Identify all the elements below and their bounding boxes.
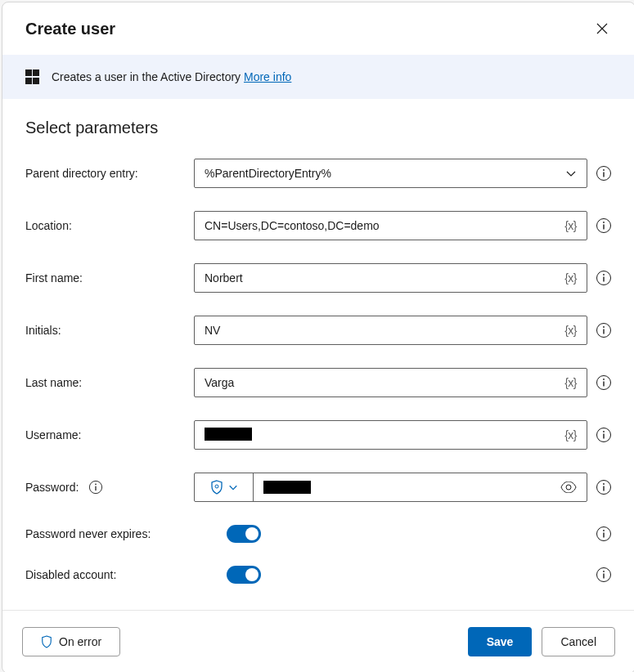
- svg-point-30: [603, 571, 605, 572]
- parent-directory-value: %ParentDirectoryEntry%: [205, 167, 331, 180]
- info-icon[interactable]: [596, 217, 612, 234]
- row-parent-directory: Parent directory entry: %ParentDirectory…: [25, 159, 612, 188]
- parent-directory-select[interactable]: %ParentDirectoryEntry%: [194, 159, 587, 188]
- info-icon[interactable]: [596, 567, 612, 583]
- password-type-selector[interactable]: [195, 473, 254, 501]
- info-icon[interactable]: [596, 479, 612, 495]
- initials-value: NV: [205, 324, 564, 337]
- label-initials: Initials:: [25, 324, 194, 337]
- row-username: Username: {x}: [25, 420, 612, 450]
- password-input[interactable]: [254, 473, 587, 501]
- row-last-name: Last name: Varga {x}: [25, 368, 612, 397]
- label-last-name: Last name:: [25, 376, 194, 389]
- svg-point-21: [215, 485, 218, 488]
- svg-point-27: [603, 530, 605, 531]
- info-banner: Creates a user in the Active Directory M…: [2, 55, 634, 99]
- svg-point-4: [603, 222, 605, 223]
- info-icon[interactable]: [596, 270, 612, 286]
- row-never-expires: Password never expires:: [25, 525, 612, 543]
- cancel-label: Cancel: [560, 635, 596, 648]
- label-username: Username:: [25, 428, 194, 441]
- svg-rect-2: [603, 172, 604, 177]
- label-disabled-account: Disabled account:: [25, 568, 194, 581]
- save-button[interactable]: Save: [468, 627, 533, 656]
- chevron-down-icon: [228, 482, 238, 492]
- svg-rect-14: [603, 382, 604, 387]
- variable-token-icon[interactable]: {x}: [564, 376, 577, 389]
- save-label: Save: [487, 635, 514, 648]
- label-never-expires: Password never expires:: [25, 527, 194, 540]
- password-field: [194, 473, 587, 502]
- create-user-dialog: Create user Creates a user in the Active…: [2, 2, 634, 672]
- banner-text: Creates a user in the Active Directory M…: [52, 70, 291, 83]
- last-name-value: Varga: [205, 376, 564, 389]
- eye-icon[interactable]: [560, 482, 577, 493]
- info-icon[interactable]: [596, 374, 612, 391]
- svg-rect-11: [603, 329, 604, 334]
- location-value: CN=Users,DC=contoso,DC=demo: [205, 219, 564, 232]
- svg-rect-8: [603, 277, 604, 282]
- svg-rect-31: [603, 574, 604, 579]
- section-title: Select parameters: [25, 119, 612, 137]
- variable-token-icon[interactable]: {x}: [564, 428, 577, 441]
- info-icon[interactable]: [596, 322, 612, 338]
- svg-point-1: [603, 169, 605, 171]
- label-password: Password:: [25, 481, 79, 494]
- redacted-value: [205, 428, 252, 441]
- info-icon[interactable]: [88, 480, 103, 495]
- label-parent-directory: Parent directory entry:: [25, 167, 194, 180]
- svg-rect-20: [96, 486, 97, 491]
- cancel-button[interactable]: Cancel: [542, 627, 615, 656]
- row-disabled-account: Disabled account:: [25, 566, 612, 584]
- location-input[interactable]: CN=Users,DC=contoso,DC=demo {x}: [194, 211, 587, 240]
- banner-text-content: Creates a user in the Active Directory: [52, 70, 244, 83]
- first-name-input[interactable]: Norbert {x}: [194, 263, 587, 293]
- svg-point-16: [603, 431, 605, 432]
- variable-token-icon[interactable]: {x}: [564, 271, 577, 284]
- svg-rect-28: [603, 533, 604, 538]
- label-first-name: First name:: [25, 271, 194, 284]
- dialog-header: Create user: [2, 2, 634, 55]
- variable-token-icon[interactable]: {x}: [564, 219, 577, 232]
- info-icon[interactable]: [596, 526, 612, 542]
- on-error-button[interactable]: On error: [22, 627, 120, 656]
- svg-point-7: [603, 274, 605, 276]
- row-initials: Initials: NV {x}: [25, 316, 612, 345]
- row-first-name: First name: Norbert {x}: [25, 263, 612, 293]
- last-name-input[interactable]: Varga {x}: [194, 368, 587, 397]
- username-value: [205, 428, 564, 443]
- disabled-account-toggle[interactable]: [227, 566, 261, 584]
- close-icon: [596, 23, 608, 34]
- dialog-title: Create user: [25, 20, 115, 38]
- chevron-down-icon: [565, 168, 577, 179]
- close-button[interactable]: [589, 16, 615, 42]
- svg-rect-5: [603, 225, 604, 230]
- svg-point-10: [603, 326, 605, 328]
- svg-rect-25: [603, 486, 604, 491]
- more-info-link[interactable]: More info: [244, 70, 291, 83]
- username-input[interactable]: {x}: [194, 420, 587, 450]
- shield-icon: [210, 480, 223, 495]
- svg-point-24: [603, 483, 605, 485]
- row-password: Password:: [25, 473, 612, 502]
- svg-point-19: [96, 484, 97, 486]
- windows-icon: [25, 69, 40, 84]
- svg-point-22: [566, 485, 571, 490]
- dialog-content: Select parameters Parent directory entry…: [2, 99, 634, 610]
- info-icon[interactable]: [596, 165, 612, 181]
- never-expires-toggle[interactable]: [227, 525, 261, 543]
- row-location: Location: CN=Users,DC=contoso,DC=demo {x…: [25, 211, 612, 240]
- svg-point-13: [603, 379, 605, 380]
- first-name-value: Norbert: [205, 271, 564, 284]
- shield-outline-icon: [41, 635, 52, 648]
- variable-token-icon[interactable]: {x}: [564, 324, 577, 337]
- initials-input[interactable]: NV {x}: [194, 316, 587, 345]
- label-location: Location:: [25, 219, 194, 232]
- svg-rect-17: [603, 434, 604, 439]
- redacted-value: [263, 481, 311, 494]
- info-icon[interactable]: [596, 427, 612, 443]
- dialog-footer: On error Save Cancel: [2, 610, 634, 672]
- on-error-label: On error: [59, 635, 101, 648]
